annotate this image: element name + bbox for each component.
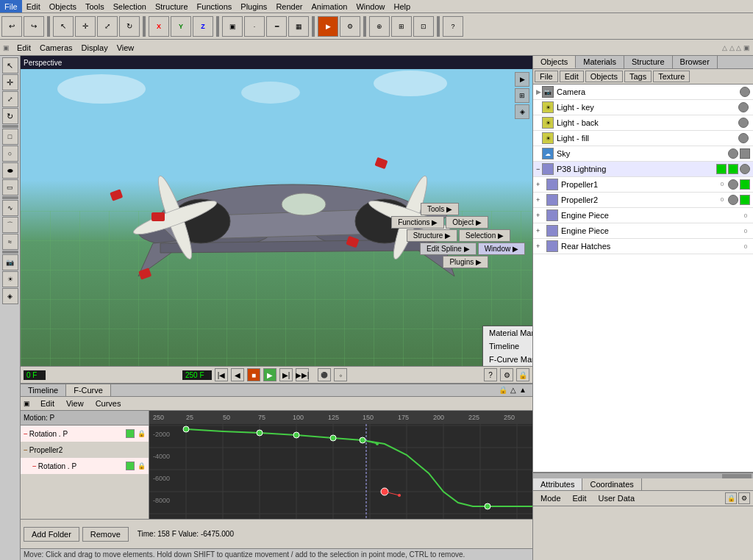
- obj-row-prop2[interactable]: + Propeller2 0: [533, 193, 753, 208]
- tool-sphere[interactable]: ○: [2, 146, 18, 162]
- axis-y-btn[interactable]: Y: [171, 16, 191, 37]
- tool-plane[interactable]: ▭: [2, 179, 18, 195]
- keyframe-btn[interactable]: ⬦: [334, 368, 347, 381]
- selection-button[interactable]: Selection ▶: [459, 229, 510, 242]
- toolbar2-cameras[interactable]: Cameras: [35, 43, 77, 52]
- attr-settings-btn[interactable]: ⚙: [738, 492, 750, 504]
- poly-mode-btn[interactable]: ▦: [288, 16, 309, 37]
- menu-functions[interactable]: Functions: [193, 0, 237, 12]
- menu-tools[interactable]: Tools: [81, 0, 109, 12]
- add-folder-btn[interactable]: Add Folder: [24, 527, 79, 542]
- tab-materials[interactable]: Materials: [576, 56, 624, 68]
- remove-btn[interactable]: Remove: [82, 527, 129, 542]
- menu-timeline[interactable]: Timeline Shift+F3: [483, 340, 532, 353]
- attr-lock-btn[interactable]: 🔒: [725, 492, 737, 504]
- menu-structure[interactable]: Structure: [151, 0, 193, 12]
- btm-edit[interactable]: Edit: [36, 398, 59, 409]
- help-playback-btn[interactable]: ?: [484, 368, 497, 381]
- tool-select[interactable]: ↖: [2, 57, 18, 73]
- attr-userdata[interactable]: User Data: [594, 493, 640, 503]
- obj-tool-file[interactable]: File: [535, 71, 558, 82]
- menu-window[interactable]: Window: [351, 0, 389, 12]
- scrollbar-thumb[interactable]: [722, 474, 752, 478]
- point-mode-btn[interactable]: ·: [244, 16, 265, 37]
- menu-animation[interactable]: Animation: [307, 0, 351, 12]
- tool-scale[interactable]: ⤢: [2, 91, 18, 107]
- grid-btn[interactable]: ⊡: [413, 16, 434, 37]
- menu-help[interactable]: Help: [390, 0, 415, 12]
- play-fwd-btn[interactable]: ▶: [263, 368, 276, 381]
- help-btn[interactable]: ?: [443, 16, 463, 37]
- menu-file[interactable]: File: [0, 0, 22, 12]
- obj-tool-texture[interactable]: Texture: [653, 71, 690, 82]
- obj-tool-objects[interactable]: Objects: [585, 71, 623, 82]
- plugins-button[interactable]: Plugins ▶: [443, 256, 488, 268]
- vp-tool-3[interactable]: ◈: [515, 104, 529, 119]
- track-key-0[interactable]: [126, 429, 135, 438]
- tab-fcurve[interactable]: F-Curve: [66, 384, 111, 396]
- tool-spline[interactable]: ∿: [2, 200, 18, 216]
- track-row-1[interactable]: − Propeller2: [21, 442, 149, 458]
- menu-fcurve-manager[interactable]: F-Curve Manager Shift+F4: [483, 353, 532, 366]
- tool-move[interactable]: ✛: [2, 74, 18, 90]
- structure-button[interactable]: Structure ▶: [407, 229, 457, 242]
- obj-row-p38[interactable]: − P38 Lightning: [533, 162, 753, 177]
- track-lock-2[interactable]: 🔒: [138, 462, 146, 470]
- play-start-btn[interactable]: |◀: [215, 368, 228, 381]
- attr-tab-attributes[interactable]: Attributes: [533, 478, 582, 490]
- tool-rotate[interactable]: ↻: [2, 108, 18, 124]
- attr-tab-coordinates[interactable]: Coordinates: [582, 478, 641, 490]
- obj-tool-edit[interactable]: Edit: [560, 71, 584, 82]
- rotate-btn[interactable]: ↻: [119, 16, 140, 37]
- scale-btn[interactable]: ⤢: [97, 16, 118, 37]
- play-prev-btn[interactable]: ◀: [231, 368, 244, 381]
- attr-edit[interactable]: Edit: [568, 493, 591, 503]
- tab-structure[interactable]: Structure: [624, 56, 673, 68]
- tab-objects[interactable]: Objects: [533, 56, 576, 68]
- move-btn[interactable]: ✛: [75, 16, 96, 37]
- tools-button[interactable]: Tools ▶: [421, 203, 459, 215]
- track-row-2[interactable]: − Rotation . P 🔒: [21, 458, 149, 474]
- edge-mode-btn[interactable]: ━: [266, 16, 287, 37]
- btm-curves[interactable]: Curves: [91, 398, 126, 409]
- tool-material[interactable]: ◈: [2, 288, 18, 304]
- menu-plugins[interactable]: Plugins: [236, 0, 271, 12]
- toolbar2-view[interactable]: View: [113, 43, 139, 52]
- tool-cylinder[interactable]: ⬬: [2, 162, 18, 179]
- track-key-2[interactable]: [126, 462, 135, 470]
- vp-tool-1[interactable]: ▶: [515, 72, 529, 87]
- functions-button[interactable]: Functions ▶: [391, 216, 444, 229]
- obj-row-camera[interactable]: ▶ 📷 Camera: [533, 85, 753, 100]
- window-button[interactable]: Window ▶: [478, 243, 525, 255]
- 3d-viewport[interactable]: Perspective: [21, 56, 532, 366]
- tab-browser[interactable]: Browser: [673, 56, 718, 68]
- menu-selection[interactable]: Selection: [109, 0, 151, 12]
- track-row-0[interactable]: − Rotation . P 🔒: [21, 426, 149, 442]
- obj-tool-tags[interactable]: Tags: [624, 71, 652, 82]
- menu-render[interactable]: Render: [271, 0, 307, 12]
- fcurve-graph[interactable]: 250 25 50 75 100 125 150 175 200 225 250…: [149, 411, 532, 519]
- obj-row-light-fill[interactable]: ☀ Light - fill: [533, 131, 753, 146]
- record-btn[interactable]: ⚫: [318, 368, 331, 381]
- tool-nurbs[interactable]: ⌒: [2, 217, 18, 233]
- obj-row-hatches[interactable]: + Rear Hatches 0: [533, 239, 753, 254]
- tool-camera[interactable]: 📷: [2, 254, 18, 270]
- menu-objects[interactable]: Objects: [45, 0, 81, 12]
- play-end-btn[interactable]: ▶▶|: [296, 368, 309, 381]
- obj-row-prop1[interactable]: + Propeller1 0: [533, 177, 753, 193]
- render-btn[interactable]: ▶: [318, 16, 338, 37]
- obj-row-light-key[interactable]: ☀ Light - key: [533, 100, 753, 115]
- btm-view[interactable]: View: [62, 398, 88, 409]
- menu-edit[interactable]: Edit: [22, 0, 45, 12]
- redo-btn[interactable]: ↪: [24, 16, 44, 37]
- vp-tool-2[interactable]: ⊞: [515, 88, 529, 103]
- tool-box[interactable]: □: [2, 129, 18, 145]
- select-btn[interactable]: ↖: [53, 16, 74, 37]
- track-lock-0[interactable]: 🔒: [138, 430, 146, 437]
- render-settings-btn[interactable]: ⚙: [340, 16, 360, 37]
- menu-material-manager[interactable]: Material Manager Shift+F2: [483, 326, 532, 340]
- lock-playback-btn[interactable]: 🔒: [516, 368, 529, 381]
- object-button[interactable]: Object ▶: [446, 216, 488, 229]
- undo-btn[interactable]: ↩: [1, 16, 22, 37]
- obj-row-light-back[interactable]: ☀ Light - back: [533, 115, 753, 131]
